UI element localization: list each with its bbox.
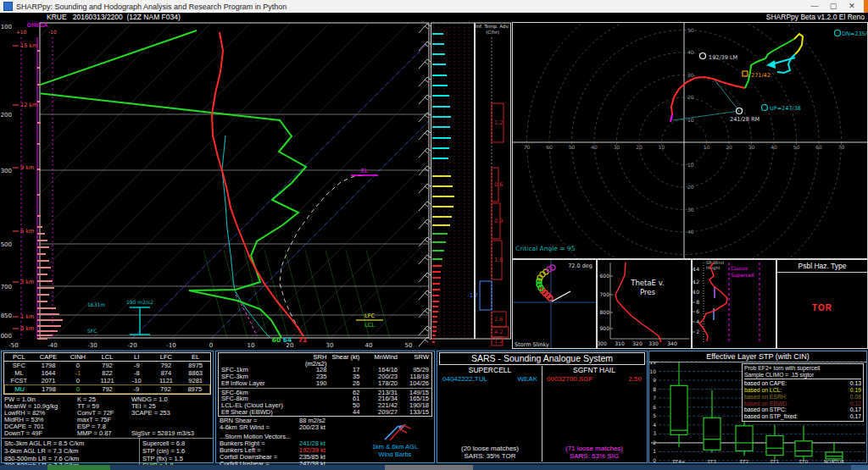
sars-column-header: SUPERCELL (438, 366, 542, 375)
thetae-panel[interactable]: 600700800900300310320330340ThetaE v.Pres (597, 259, 692, 349)
pcl-cell: 8975 (181, 362, 210, 369)
hodo-axis-label: 50 (793, 144, 800, 150)
thetae-y-label: 600 (600, 273, 610, 279)
thermo-inset[interactable]: PCLCAPECINHLCLLILFCELSFC17980792-9792897… (1, 351, 214, 463)
pcl-cell: MU (5, 385, 34, 393)
stp-ytick-label: 10 (649, 368, 656, 374)
tempadv-value: 2.6 (494, 316, 503, 323)
inset-row: PCLCAPECINHLCLLILFCELSFC17980792-9792897… (0, 349, 868, 465)
wind-barb (419, 148, 427, 158)
taskbar-strip[interactable] (0, 465, 868, 470)
sars-match-count: (71 loose matches) (542, 445, 646, 452)
thetae-y-label: 900 (600, 325, 610, 331)
temp-axis-label: 0 (209, 342, 213, 349)
storm-slinky-panel[interactable]: 72.0 degStorm Slinky (512, 259, 597, 349)
height-label: 12 km (20, 102, 37, 108)
omega-bar (37, 246, 49, 248)
stp-legend-value: 0.12 (850, 401, 861, 407)
sars-match-size: 2.50 (628, 375, 642, 383)
boxplot-box (766, 435, 783, 455)
highlight-isotherm (211, 23, 431, 339)
parcel-trace (280, 175, 364, 336)
close-button[interactable]: ✕ (843, 0, 861, 13)
lcl-label: LCL (364, 322, 375, 329)
pcl-cell: ML (4, 369, 34, 377)
omega-bar (37, 240, 47, 241)
inflow-srh-label: 190 m2/s2 (126, 299, 153, 305)
wind-barb-tick (425, 62, 428, 64)
omega-bar (37, 294, 49, 296)
temp-axis-label: -20 (127, 342, 136, 349)
hodo-marker (762, 105, 768, 111)
wind-barb (419, 130, 427, 140)
stp-inset[interactable]: Effective Layer STP (with CIN) 012345678… (648, 351, 867, 463)
wind-speed-bar (432, 241, 446, 243)
stp-ytick-label: 8 (653, 386, 656, 392)
hodograph-panel[interactable]: 7060504030201010203040506070102030405010… (512, 22, 868, 259)
pcl-cell: 1644 (34, 369, 64, 377)
hazard-panel[interactable]: Psbl Haz. Type TOR (776, 259, 868, 349)
omega-bar (37, 50, 40, 52)
pcl-cell: SFC (4, 362, 34, 369)
kin-header-cell: MnWind (359, 354, 398, 367)
wind-speed-bar (432, 258, 442, 260)
temp-axis-label: -10 (166, 342, 175, 349)
stp-ytick-label: 0 (653, 457, 656, 463)
hodo-axis-label: 20 (687, 94, 694, 100)
wind-speed-bar (432, 106, 450, 108)
sars-hail-column: SGFNT HAIL00032700.SGF2.50(71 loose matc… (542, 366, 646, 462)
temp-axis-label: 20 (287, 342, 294, 349)
hodo-axis-label: 40 (591, 144, 598, 150)
sars-footer: (20 loose matches)SARS: 35% TOR (438, 445, 542, 460)
hazard-title: Psbl Haz. Type (777, 260, 867, 273)
maximize-button[interactable]: ▢ (824, 0, 843, 13)
pcl-cell: 0 (64, 385, 92, 393)
highlight-isotherm (132, 23, 431, 339)
thetae-y-label: 700 (600, 291, 610, 297)
boxplot-category-label: NONTOR (824, 459, 844, 464)
pcl-row: ML1644-1822-88748863 (4, 369, 210, 377)
wind-speed-bar (432, 335, 436, 336)
kin-row: Eff Shear (EBWD)44209/27133/15 (219, 409, 431, 416)
pcl-cell: 874 (152, 369, 181, 377)
wind-speed-bar (432, 306, 438, 307)
kinematics-inset[interactable]: SRH (m2/s2)Shear (kt)MnWindSRWSFC-1km128… (215, 351, 435, 463)
minimize-button[interactable]: — (805, 0, 824, 13)
inflow-height-label: 1631m (87, 301, 105, 307)
sfc-temp-value: 71 (298, 336, 307, 344)
window-controls: — ▢ ✕ (805, 0, 861, 13)
stp-legend-row: based on CAPE:0.13 (744, 380, 861, 387)
sars-match-row: 00032700.SGF2.50 (542, 375, 646, 383)
sars-inset[interactable]: SARS - Sounding Analogue SystemSUPERCELL… (437, 351, 648, 463)
wind-speed-bar (432, 295, 439, 296)
height-label: 3 km (20, 279, 34, 285)
thermo-stats-grid: PW = 1.0inK = 25WNDG = 1.0MeanW = 10.9g/… (2, 395, 213, 437)
stp-legend-label: based on EBWD: (744, 401, 788, 407)
wind-profile-panel[interactable]: Inf. Temp. Adv.(C/hr)1.20.60.91.0-1.72.6… (431, 22, 512, 349)
hodo-axis-label: 30 (687, 207, 694, 213)
pressure-label: 700 (1, 284, 12, 290)
kin-header-cell: SRH (m2/s2) (292, 354, 327, 367)
kin-srh (292, 409, 327, 416)
sr46-label: 4-6km SR Wind = (220, 424, 299, 431)
stp-legend-value: 0.17 (850, 413, 861, 420)
srwind-panel[interactable]: ClassicSupercell1412108642SR WindHeight (692, 259, 776, 349)
wind-speed-bar (432, 326, 437, 328)
wind-speed-bar (432, 250, 444, 252)
omega-bar (37, 274, 47, 275)
stp-legend-label: based on STPC: (744, 406, 787, 413)
kin-srh (292, 402, 327, 409)
omega-bar (37, 338, 47, 340)
hodo-axis-label: 40 (687, 49, 694, 55)
hodograph-trace (794, 34, 803, 54)
isotherm-line (132, 23, 431, 339)
sr46-value: 200/23 kt (299, 424, 326, 431)
hodo-marker-label: UP=247/38 (770, 105, 801, 112)
pcl-table-body: SFC17980792-97928975ML1644-1822-88748863… (3, 362, 211, 395)
wind-speed-bar (432, 277, 441, 279)
stp-legend-label: based on CAPE: (744, 380, 787, 387)
stp-ytick-label: 7 (653, 395, 656, 401)
skewt-panel[interactable]: 100200300500700850100015 km12 km9 km6 km… (0, 22, 431, 349)
hodo-axis-label: 70 (524, 144, 531, 150)
window-titlebar: SHARPpy: Sounding and Hodograph Analysis… (0, 0, 868, 13)
